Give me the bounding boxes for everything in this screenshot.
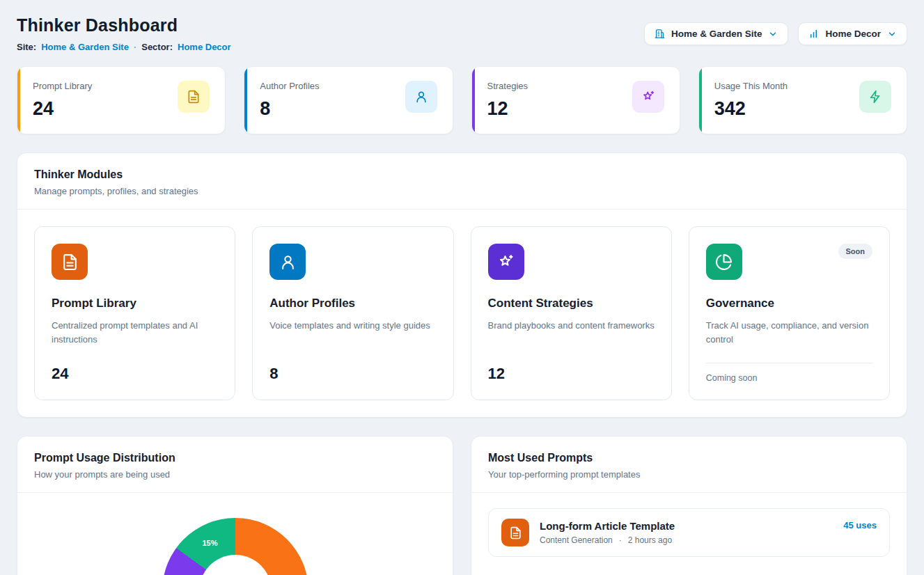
chevron-down-icon: [887, 29, 897, 39]
prompt-list: Long-form Article Template Content Gener…: [471, 493, 907, 572]
modules-panel-header: Thinker Modules Manage prompts, profiles…: [17, 153, 907, 210]
site-selector-dropdown[interactable]: Home & Garden Site: [644, 22, 789, 45]
stat-value: 342: [714, 98, 788, 120]
breadcrumb: Site: Home & Garden Site · Sector: Home …: [17, 42, 231, 52]
prompt-time: 2 hours ago: [628, 535, 672, 545]
bar-chart-icon: [808, 29, 819, 39]
file-text-icon: [178, 81, 210, 113]
most-used-prompts-panel: Most Used Prompts Your top-performing pr…: [471, 436, 907, 575]
sector-selector-dropdown[interactable]: Home Decor: [798, 22, 907, 45]
module-card-prompt-library[interactable]: Prompt Library Centralized prompt templa…: [34, 226, 235, 400]
most-used-subtitle: Your top-performing prompt templates: [488, 469, 890, 480]
module-description: Voice templates and writing style guides: [269, 319, 436, 333]
stat-card-usage: Usage This Month 342: [698, 66, 907, 134]
module-description: Track AI usage, compliance, and version …: [706, 319, 872, 347]
modules-subtitle: Manage prompts, profiles, and strategies: [34, 186, 890, 196]
site-label: Site:: [17, 42, 36, 52]
building-icon: [655, 29, 665, 39]
chevron-down-icon: [768, 29, 778, 39]
stat-card-author-profiles: Author Profiles 8: [244, 66, 453, 134]
stat-label: Usage This Month: [714, 81, 788, 91]
prompt-meta: Content Generation · 2 hours ago: [540, 535, 675, 545]
usage-donut: 15%: [162, 518, 308, 575]
meta-separator: ·: [619, 535, 622, 545]
sector-label: Sector:: [141, 42, 173, 52]
file-text-icon: [501, 519, 529, 546]
prompt-list-item[interactable]: Long-form Article Template Content Gener…: [488, 508, 890, 557]
sector-selector-value: Home Decor: [825, 29, 881, 39]
sector-link[interactable]: Home Decor: [178, 42, 231, 52]
soon-badge: Soon: [838, 244, 873, 259]
stat-card-prompt-library: Prompt Library 24: [17, 66, 226, 134]
stat-label: Prompt Library: [33, 81, 92, 91]
page-header: Thinker Dashboard Site: Home & Garden Si…: [17, 15, 907, 52]
dashboard-page: Thinker Dashboard Site: Home & Garden Si…: [0, 0, 924, 575]
user-icon: [269, 244, 306, 280]
stat-label: Author Profiles: [260, 81, 319, 91]
thinker-modules-panel: Thinker Modules Manage prompts, profiles…: [17, 152, 907, 418]
donut-slice-label: 15%: [202, 539, 217, 547]
most-used-title: Most Used Prompts: [488, 452, 890, 464]
module-title: Content Strategies: [488, 297, 655, 310]
stat-value: 8: [260, 98, 319, 120]
prompt-title: Long-form Article Template: [540, 520, 675, 532]
file-text-icon: [52, 244, 88, 280]
module-card-content-strategies[interactable]: Content Strategies Brand playbooks and c…: [471, 226, 672, 400]
module-card-author-profiles[interactable]: Author Profiles Voice templates and writ…: [252, 226, 453, 400]
module-count: 8: [269, 352, 436, 383]
stat-label: Strategies: [487, 81, 528, 91]
breadcrumb-separator: ·: [134, 42, 136, 52]
module-description: Centralized prompt templates and AI inst…: [52, 319, 218, 347]
site-link[interactable]: Home & Garden Site: [41, 42, 129, 52]
stat-value: 12: [487, 98, 528, 120]
module-title: Prompt Library: [52, 297, 218, 310]
module-count: 24: [52, 352, 218, 383]
usage-panel-title: Prompt Usage Distribution: [34, 452, 436, 464]
modules-grid: Prompt Library Centralized prompt templa…: [17, 210, 907, 417]
module-footer: Coming soon: [706, 363, 872, 383]
prompt-category: Content Generation: [540, 535, 613, 545]
module-title: Author Profiles: [269, 297, 436, 310]
modules-title: Thinker Modules: [34, 168, 890, 181]
most-used-panel-header: Most Used Prompts Your top-performing pr…: [471, 436, 907, 493]
usage-panel-header: Prompt Usage Distribution How your promp…: [17, 436, 453, 493]
usage-distribution-panel: Prompt Usage Distribution How your promp…: [17, 436, 453, 575]
page-title: Thinker Dashboard: [17, 15, 231, 36]
header-left: Thinker Dashboard Site: Home & Garden Si…: [17, 15, 231, 52]
stat-card-strategies: Strategies 12: [471, 66, 680, 134]
sparkle-star-icon: [488, 244, 524, 280]
stat-value: 24: [33, 98, 92, 120]
header-controls: Home & Garden Site Home Decor: [644, 22, 907, 45]
module-count: 12: [488, 352, 655, 383]
pie-chart-icon: [706, 244, 742, 280]
site-selector-value: Home & Garden Site: [671, 29, 762, 39]
usage-panel-subtitle: How your prompts are being used: [34, 469, 436, 480]
sparkle-star-icon: [632, 81, 664, 113]
module-card-governance[interactable]: Soon Governance Track AI usage, complian…: [689, 226, 890, 400]
chart-area: 15%: [17, 493, 453, 575]
stats-row: Prompt Library 24 Author Profiles 8 Stra…: [17, 66, 907, 134]
module-description: Brand playbooks and content frameworks: [488, 319, 655, 333]
user-icon: [405, 81, 437, 113]
lightning-icon: [859, 81, 891, 113]
prompt-uses-badge: 45 uses: [843, 520, 877, 530]
bottom-row: Prompt Usage Distribution How your promp…: [17, 436, 907, 575]
module-title: Governance: [706, 297, 872, 310]
